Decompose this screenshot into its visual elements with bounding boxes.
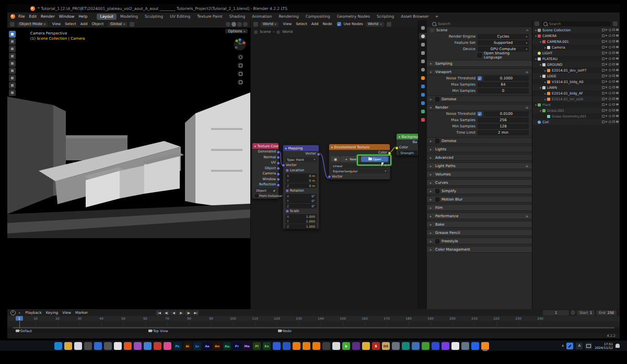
shading-wireframe-icon[interactable] [226,22,230,27]
selectable-icon[interactable] [606,40,608,42]
disable-viewport-icon[interactable] [612,75,615,77]
exclude-checkbox-icon[interactable] [602,46,605,49]
taskbar-photoshop-icon[interactable]: Ps [173,342,181,350]
hide-viewport-icon[interactable] [609,75,611,77]
timeline-menu-view[interactable]: View [60,311,73,315]
disable-render-icon[interactable] [616,80,619,83]
outliner-row-lawn[interactable]: ▾LAWN [532,85,620,90]
taskbar-after-effects-icon[interactable]: Ae [203,342,211,350]
properties-tab-particles[interactable] [419,91,426,98]
taskbar-app-dark-icon[interactable] [84,342,92,350]
node-header[interactable]: ▾ Background [397,134,418,139]
selectable-icon[interactable] [606,29,608,31]
background-strength-field[interactable]: Strength [399,150,417,155]
workspace-tab-rendering[interactable]: Rendering [275,14,301,20]
new-image-button[interactable]: + New [341,156,361,162]
expand-arrow[interactable]: ▾ [539,75,542,78]
hide-viewport-icon[interactable] [609,69,611,72]
menu-file[interactable]: File [16,14,27,19]
expand-arrow[interactable]: ▾ [534,57,538,61]
vp-noise-checkbox[interactable]: ✓ [478,76,482,80]
blender-menu-icon[interactable] [10,14,15,19]
socket[interactable] [276,156,280,159]
exclude-checkbox-icon[interactable] [602,40,605,43]
panel-performance[interactable]: ▸Performance≡ [427,213,532,219]
viewport-menu-select[interactable]: Select [63,22,78,26]
properties-tab-material[interactable] [419,116,426,123]
disable-viewport-icon[interactable] [612,29,615,31]
envtex-input-vector[interactable]: Vector [329,174,390,180]
language-indicator[interactable]: A [576,343,583,349]
taskbar-animate-icon[interactable]: An [213,342,221,350]
exclude-checkbox-icon[interactable] [602,69,605,72]
taskbar-audition-icon[interactable]: Au [223,342,231,350]
expand-arrow[interactable]: ▾ [539,109,542,112]
mapping-scale-z[interactable]: Z1.000 [285,224,317,229]
object-eyedropper-field[interactable]: Object◢ [254,188,276,193]
device-dropdown[interactable]: GPU Compute▾ [478,46,529,52]
node-mapping[interactable]: ▾ Mapping Vector Type: Point ▾ Vector ● … [283,145,319,229]
hide-viewport-icon[interactable] [609,29,611,31]
taskbar-app-gray-2-icon[interactable] [392,342,400,350]
hide-viewport-icon[interactable] [609,63,611,66]
properties-tab-tool[interactable] [419,25,426,31]
hide-viewport-icon[interactable] [609,115,611,118]
disable-viewport-icon[interactable] [612,103,615,105]
properties-tab-modifiers[interactable] [419,83,426,89]
taskbar-app-gray-icon[interactable] [104,342,112,350]
disable-render-icon[interactable] [616,46,619,48]
vp-max-value[interactable]: 64 [478,82,529,87]
selectable-icon[interactable] [606,121,608,123]
node-menu-node[interactable]: Node [320,22,334,26]
play-button[interactable]: ▶ [178,310,184,315]
taskbar-handbrake-icon[interactable] [154,342,161,350]
panel-simplify[interactable]: ▸Simplify [427,187,532,194]
disable-render-icon[interactable] [616,52,619,54]
from-instancer-row[interactable]: From Instancer [252,193,278,198]
outliner-row-camera[interactable]: ▸Camera [532,44,620,50]
hide-viewport-icon[interactable] [609,57,611,60]
taskbar-clock-app-icon[interactable] [114,342,122,350]
mode-dropdown[interactable]: Object Mode▾ [17,22,48,27]
next-keyframe-button[interactable]: |▶ [185,310,192,315]
taskbar-app-blue-icon[interactable] [94,342,102,350]
selectable-icon[interactable] [606,52,608,54]
taskbar-media-encoder-icon[interactable]: Me [243,342,251,350]
timeline-tracks[interactable] [7,321,620,326]
panel-color-management[interactable]: ▸Color Management [427,246,532,253]
selectable-icon[interactable] [606,63,608,65]
workspace-tab-animation[interactable]: Animation [249,14,275,20]
display-icon[interactable] [585,343,592,349]
socket[interactable] [276,161,280,165]
disable-render-icon[interactable] [616,29,619,31]
disable-render-icon[interactable] [616,40,619,42]
workspace-tab-shading[interactable]: Shading [226,14,248,20]
envtex-output-color[interactable]: Color [329,150,390,156]
taskbar-illustrator-icon[interactable]: Ai [183,342,191,350]
taskbar-blender-2-icon[interactable] [303,342,310,350]
disable-viewport-icon[interactable] [612,46,615,48]
disable-viewport-icon[interactable] [612,115,615,117]
taskbar-pureref-2-icon[interactable] [283,342,291,350]
expand-arrow[interactable]: ▾ [534,103,538,107]
taskbar-app-green-3-icon[interactable] [422,342,429,350]
panel-bake[interactable]: ▸Bake [427,221,532,228]
shader-type-dropdown[interactable]: World▾ [261,22,278,27]
properties-tab-output[interactable] [419,41,426,48]
exclude-checkbox-icon[interactable] [602,115,605,118]
outliner-row-ground[interactable]: ▾GROUND [532,62,620,67]
camera-view-icon[interactable] [237,71,243,77]
outliner-row-ciel[interactable]: Ciel [532,119,620,125]
open-image-button[interactable]: Open [361,156,388,162]
editor-type-icon[interactable] [253,22,258,27]
rd-denoise-panel[interactable]: ▸ Denoise [427,137,532,144]
node-environment-texture[interactable]: ▾ Environment Texture Color ▦ + New Open [329,144,390,180]
exclude-checkbox-icon[interactable] [602,121,605,123]
timeline-menu-keying[interactable]: Keying [44,311,61,315]
exclude-checkbox-icon[interactable] [602,98,605,100]
properties-tab-physics[interactable] [419,100,426,106]
mapping-input-vector[interactable]: Vector [283,162,319,168]
disable-viewport-icon[interactable] [612,92,615,94]
outliner-row-grass-001[interactable]: ▾Grass.001 [532,108,620,113]
selectable-icon[interactable] [606,57,608,60]
